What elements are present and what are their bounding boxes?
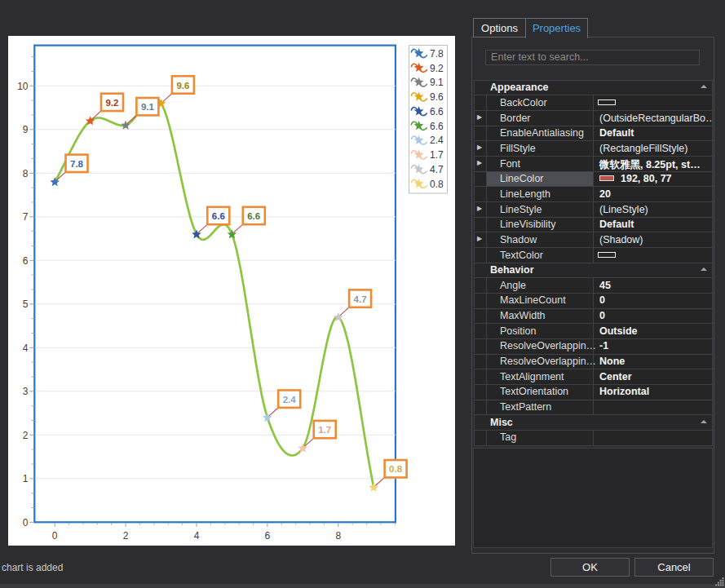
svg-text:0.8: 0.8 (430, 179, 444, 190)
svg-text:4.7: 4.7 (354, 294, 367, 304)
svg-text:6: 6 (265, 530, 271, 542)
svg-text:6.6: 6.6 (430, 106, 444, 117)
svg-text:2.4: 2.4 (283, 395, 297, 405)
svg-text:6: 6 (23, 255, 29, 267)
svg-text:7.8: 7.8 (430, 48, 444, 60)
svg-text:6.6: 6.6 (430, 121, 444, 132)
svg-text:2: 2 (23, 430, 29, 441)
svg-text:4.7: 4.7 (430, 164, 444, 175)
svg-text:3: 3 (23, 386, 29, 397)
svg-text:9.2: 9.2 (430, 63, 444, 74)
svg-text:1.7: 1.7 (430, 149, 444, 161)
svg-text:10: 10 (17, 81, 29, 92)
svg-text:4: 4 (194, 530, 200, 542)
svg-text:2.4: 2.4 (430, 135, 444, 146)
svg-text:5: 5 (23, 298, 29, 310)
svg-text:1.7: 1.7 (318, 425, 331, 435)
svg-text:6.6: 6.6 (212, 211, 225, 221)
svg-text:9.2: 9.2 (105, 98, 118, 108)
svg-text:8: 8 (23, 168, 29, 179)
svg-text:9.6: 9.6 (176, 81, 189, 91)
svg-text:7: 7 (23, 211, 29, 223)
svg-text:9.1: 9.1 (430, 77, 444, 88)
svg-text:0: 0 (23, 517, 29, 528)
svg-text:2: 2 (123, 530, 129, 542)
svg-text:0.8: 0.8 (389, 464, 403, 474)
svg-text:9: 9 (23, 124, 29, 135)
svg-text:6.6: 6.6 (247, 211, 260, 221)
svg-text:0: 0 (52, 530, 58, 542)
svg-text:9.1: 9.1 (141, 102, 155, 112)
svg-text:9.6: 9.6 (430, 91, 444, 103)
svg-text:4: 4 (23, 343, 29, 354)
svg-text:8: 8 (335, 530, 341, 542)
svg-text:1: 1 (23, 473, 29, 484)
svg-text:7.8: 7.8 (70, 159, 84, 169)
